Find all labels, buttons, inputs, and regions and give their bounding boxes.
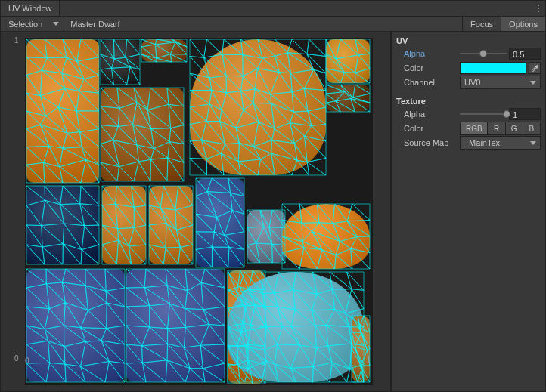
uv-section-heading: UV [396,35,541,46]
texture-sourcemap-row: Source Map _MainTex [396,136,541,150]
texture-color-label: Color [396,124,457,133]
toolbar: Selection Master Dwarf Focus Options [1,17,545,32]
texture-color-rgb-button[interactable]: RGB [460,122,488,135]
texture-sourcemap-dropdown[interactable]: _MainTex [460,136,541,150]
window-tab[interactable]: UV Window [1,1,60,16]
title-bar: UV Window [1,1,545,17]
texture-alpha-value[interactable]: 1 [509,108,541,120]
titlebar-spacer [60,1,532,16]
uv-alpha-row: Alpha 0.5 [396,47,541,60]
mode-dropdown[interactable]: Selection [1,17,64,31]
texture-alpha-slider[interactable] [460,109,507,119]
texture-color-row: Color RGBRGB [396,122,541,135]
texture-sourcemap-value: _MainTex [464,138,500,147]
window-title: UV Window [8,4,51,13]
texture-color-b-button[interactable]: B [523,122,541,135]
uv-wire-overlay [25,38,373,385]
texture-color-mode-group: RGBRGB [460,122,541,135]
axis-tick: 1 [14,36,19,45]
texture-color-g-button[interactable]: G [506,122,523,135]
horizontal-axis: 0 1 [25,357,384,366]
texture-color-r-button[interactable]: R [488,122,505,135]
eyedropper-icon [531,64,539,73]
uv-color-field[interactable] [460,62,526,74]
uv-viewport[interactable]: 1 0 0 1 [1,32,392,391]
uv-color-row: Color [396,61,541,75]
object-name-text: Master Dwarf [70,20,119,29]
chevron-down-icon [530,141,536,145]
chevron-down-icon [53,22,59,26]
uv-channel-row: Channel UV0 [396,76,541,89]
uv-canvas[interactable] [25,38,373,385]
axis-tick: 0 [25,357,29,365]
focus-button-label: Focus [470,20,493,29]
axis-tick: 0 [14,354,19,363]
eyedropper-button[interactable] [529,62,541,74]
uv-alpha-value[interactable]: 0.5 [509,48,541,60]
texture-alpha-label: Alpha [396,110,457,119]
vertical-axis: 1 0 [16,38,23,361]
uv-channel-label: Channel [396,78,457,87]
selected-object-name: Master Dwarf [64,17,462,31]
texture-sourcemap-label: Source Map [396,138,457,147]
texture-alpha-row: Alpha 1 [396,107,541,121]
uv-channel-dropdown[interactable]: UV0 [460,76,541,89]
options-panel: UV Alpha 0.5 Color [392,32,545,391]
texture-section-heading: Texture [396,95,541,106]
main-area: 1 0 0 1 UV Alpha 0.5 [1,32,545,391]
uv-alpha-slider[interactable] [460,48,507,59]
options-button-label: Options [509,20,538,29]
uv-channel-value: UV0 [464,78,480,87]
context-menu-button[interactable] [532,1,545,16]
uv-alpha-label[interactable]: Alpha [396,49,457,58]
focus-button[interactable]: Focus [462,17,501,31]
axis-tick: 1 [367,357,371,365]
options-button[interactable]: Options [501,17,545,31]
uv-color-label: Color [396,63,457,73]
chevron-down-icon [530,81,536,85]
kebab-icon [538,5,539,12]
mode-dropdown-label: Selection [8,20,42,29]
